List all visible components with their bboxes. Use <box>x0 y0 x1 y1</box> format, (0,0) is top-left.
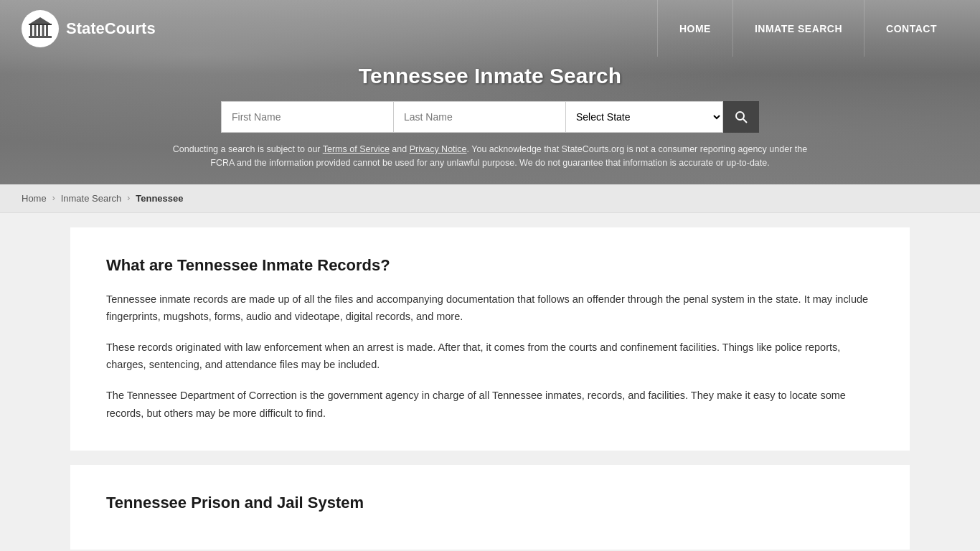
search-form: Select State Tennessee Alabama Californi… <box>14 101 966 133</box>
nav-contact[interactable]: CONTACT <box>864 0 958 57</box>
nav-home[interactable]: HOME <box>657 0 732 57</box>
site-name: StateCourts <box>66 19 156 38</box>
first-name-input[interactable] <box>221 101 393 133</box>
content-card-1: What are Tennessee Inmate Records? Tenne… <box>70 227 910 451</box>
svg-marker-6 <box>29 17 52 24</box>
section-2-title: Tennessee Prison and Jail System <box>106 494 874 512</box>
search-button[interactable] <box>723 101 759 133</box>
state-select[interactable]: Select State Tennessee Alabama Californi… <box>565 101 723 133</box>
privacy-link[interactable]: Privacy Notice <box>410 144 467 154</box>
svg-rect-3 <box>42 24 44 36</box>
hero-content: Tennessee Inmate Search Select State Ten… <box>0 57 980 184</box>
section-1-para-1: Tennessee inmate records are made up of … <box>106 291 874 326</box>
main-content: What are Tennessee Inmate Records? Tenne… <box>0 213 980 552</box>
svg-line-9 <box>743 119 747 123</box>
search-icon <box>734 110 748 124</box>
disclaimer-text: Conducting a search is subject to our Te… <box>167 143 813 170</box>
content-card-2: Tennessee Prison and Jail System <box>70 465 910 550</box>
svg-rect-0 <box>30 24 32 36</box>
section-1-title: What are Tennessee Inmate Records? <box>106 256 874 275</box>
svg-rect-1 <box>34 24 37 36</box>
courthouse-svg-icon <box>27 16 53 42</box>
svg-rect-7 <box>29 24 52 25</box>
breadcrumb-inmate-search[interactable]: Inmate Search <box>61 193 122 204</box>
svg-rect-2 <box>38 24 40 36</box>
breadcrumb-sep-2: › <box>127 193 130 203</box>
breadcrumb-current: Tennessee <box>136 193 183 204</box>
main-nav: HOME INMATE SEARCH CONTACT <box>657 0 958 57</box>
svg-rect-5 <box>29 36 52 38</box>
top-navigation: StateCourts HOME INMATE SEARCH CONTACT <box>0 0 980 57</box>
breadcrumb-home[interactable]: Home <box>22 193 47 204</box>
nav-inmate-search[interactable]: INMATE SEARCH <box>732 0 864 57</box>
page-title: Tennessee Inmate Search <box>14 64 966 88</box>
site-logo[interactable]: StateCourts <box>22 10 156 47</box>
hero-section: StateCourts HOME INMATE SEARCH CONTACT T… <box>0 0 980 184</box>
section-1-para-2: These records originated with law enforc… <box>106 339 874 374</box>
terms-link[interactable]: Terms of Service <box>323 144 390 154</box>
breadcrumb: Home › Inmate Search › Tennessee <box>0 184 980 213</box>
section-1-para-3: The Tennessee Department of Correction i… <box>106 387 874 422</box>
svg-point-8 <box>736 112 744 120</box>
last-name-input[interactable] <box>393 101 565 133</box>
breadcrumb-sep-1: › <box>52 193 55 203</box>
logo-icon <box>22 10 59 47</box>
svg-rect-4 <box>46 24 48 36</box>
